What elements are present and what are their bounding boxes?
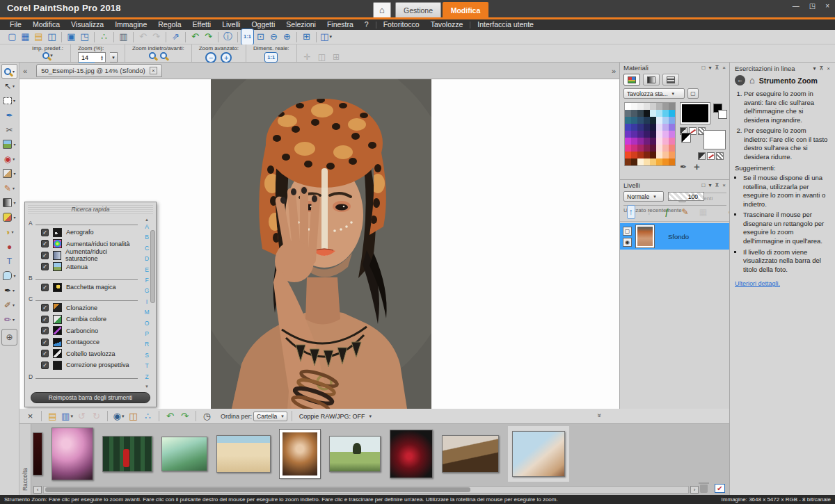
sliders-tab[interactable]: [662, 74, 679, 86]
color-swatch[interactable]: [625, 152, 631, 158]
chevron-down-icon[interactable]: ▾: [13, 156, 15, 161]
checkbox-checked-icon[interactable]: ✓: [41, 327, 49, 334]
index-letter-C[interactable]: C: [145, 243, 149, 254]
thumb-flower-girl[interactable]: [51, 428, 93, 480]
chevron-down-icon[interactable]: ▾: [13, 83, 15, 88]
quick-search-item[interactable]: ✓Bacchetta magica: [29, 282, 138, 293]
menu-immagine[interactable]: Immagine: [109, 19, 152, 30]
color-swatch[interactable]: [631, 103, 637, 110]
menu-fotoritocco[interactable]: Fotoritocco: [378, 19, 425, 30]
color-swatch[interactable]: [669, 117, 675, 124]
bg-pattern-icon[interactable]: [716, 152, 724, 160]
color-swatch[interactable]: [637, 138, 644, 145]
foreground-color-chip[interactable]: [680, 102, 710, 124]
opacity-slider[interactable]: 100: [668, 192, 704, 201]
color-swatch[interactable]: [669, 145, 675, 152]
red-eye-tool[interactable]: ◉▾: [1, 152, 17, 166]
document-close-icon[interactable]: ×: [150, 67, 157, 74]
thumb-lake-girl[interactable]: [161, 437, 207, 471]
zoom-minus-icon[interactable]: −: [205, 52, 216, 63]
chevron-down-icon[interactable]: ▾: [70, 410, 73, 423]
scroll-right-icon[interactable]: ›: [690, 486, 699, 494]
color-swatch[interactable]: [625, 103, 631, 110]
delete-icon[interactable]: [700, 485, 708, 493]
color-swatch[interactable]: [644, 145, 650, 152]
tab-gestione[interactable]: Gestione: [395, 2, 441, 17]
symmetric-shape-tool-icon[interactable]: ⊕: [6, 332, 13, 342]
brush-tool-icon[interactable]: ✎: [4, 184, 11, 193]
color-swatch[interactable]: [637, 131, 644, 138]
color-changer-tool[interactable]: ◑▾: [1, 225, 17, 239]
checkbox-checked-icon[interactable]: ✓: [41, 350, 49, 357]
info-list-icon[interactable]: ▥: [61, 410, 70, 423]
quick-search-item[interactable]: ✓Aumenta/riduci saturazione: [29, 250, 138, 261]
preset-shape-tool[interactable]: ▾: [1, 268, 17, 283]
layer-up-icon[interactable]: ↑: [627, 205, 635, 219]
color-swatch[interactable]: [669, 110, 675, 117]
menu-selezioni[interactable]: Selezioni: [280, 19, 321, 30]
quick-search-item[interactable]: ✓Coltello tavolozza: [29, 348, 138, 360]
color-swatch[interactable]: [669, 124, 675, 131]
chevron-down-icon[interactable]: ▾: [13, 171, 15, 176]
swap-bw-chip[interactable]: [681, 133, 691, 143]
index-letter-S[interactable]: S: [145, 350, 149, 361]
chevron-down-icon[interactable]: ▾: [122, 410, 125, 423]
color-swatch[interactable]: [625, 117, 631, 124]
bg-color-style-icon[interactable]: [698, 152, 706, 160]
tab-modifica[interactable]: Modifica: [443, 2, 488, 17]
undo-icon[interactable]: ↶: [166, 410, 174, 423]
text-tool-icon[interactable]: T: [7, 257, 12, 266]
index-letter-B[interactable]: B: [145, 232, 149, 243]
color-swatch[interactable]: [637, 103, 644, 110]
brush-tool[interactable]: ✎▾: [1, 181, 17, 195]
save-as-icon[interactable]: ◳: [80, 31, 88, 43]
index-letter-G[interactable]: G: [145, 286, 150, 296]
layers-frame-icon[interactable]: □: [702, 182, 706, 188]
color-swatch[interactable]: [662, 145, 669, 152]
color-swatch[interactable]: [631, 117, 637, 124]
checkbox-checked-icon[interactable]: ✓: [41, 240, 49, 247]
quick-search-item[interactable]: ✓Clonazione: [29, 302, 138, 314]
chevron-down-icon[interactable]: ▾: [329, 31, 332, 43]
minimize-button[interactable]: —: [793, 2, 800, 10]
folders-icon[interactable]: ▤: [48, 410, 56, 423]
zoom-tool[interactable]: ▾: [1, 64, 17, 79]
thumb-curly-portrait[interactable]: [280, 430, 320, 478]
chevron-down-icon[interactable]: ▾: [13, 142, 15, 147]
color-swatch[interactable]: [637, 117, 644, 124]
import-scan-icon[interactable]: ◫: [47, 31, 56, 43]
preset-shape-tool-icon[interactable]: [3, 271, 12, 280]
actual-size-button[interactable]: 1:1: [264, 52, 278, 63]
index-scrollbar-thumb[interactable]: [150, 230, 155, 303]
index-letter-P[interactable]: P: [145, 329, 149, 339]
makeover-tool-icon[interactable]: [3, 169, 12, 178]
index-letter-D[interactable]: D: [145, 254, 149, 264]
menu-?[interactable]: ?: [359, 19, 374, 30]
color-swatch[interactable]: [650, 110, 656, 117]
color-swatch[interactable]: [650, 103, 656, 110]
warp-brush-tool[interactable]: ✐▾: [1, 298, 17, 312]
new-adjustment-layer-icon[interactable]: ƒ: [665, 206, 669, 218]
dropper-tool-icon[interactable]: ✒: [6, 111, 13, 120]
color-swatch[interactable]: [631, 152, 637, 158]
share-photo-icon[interactable]: ∴: [145, 410, 150, 423]
gradient-fill-tool-icon[interactable]: [3, 198, 12, 207]
blend-mode-dropdown[interactable]: Normale▾: [623, 191, 664, 202]
menu-file[interactable]: File: [4, 19, 27, 30]
zoom-preset-dropdown[interactable]: ▾: [42, 52, 53, 59]
info-icon[interactable]: ⓘ: [223, 31, 232, 43]
color-swatch[interactable]: [625, 158, 631, 165]
back-icon[interactable]: ←: [735, 75, 745, 86]
bg-transparent-icon[interactable]: [707, 152, 715, 160]
menu-finestra[interactable]: Finestra: [321, 19, 359, 30]
zoom-in-icon[interactable]: ⊕: [283, 31, 291, 43]
zoom-percent-spinner[interactable]: 14▲▼: [78, 52, 106, 63]
airbrush-tool-icon[interactable]: ●: [7, 242, 12, 252]
color-swatch[interactable]: [631, 158, 637, 165]
scroll-tabs-left-icon[interactable]: «: [19, 67, 31, 75]
quick-search-item[interactable]: ✓Cambia colore: [29, 314, 138, 325]
text-tool[interactable]: T: [1, 254, 17, 268]
quick-search-item[interactable]: ✓Carboncino: [29, 325, 138, 337]
pick-tool-icon[interactable]: ↖: [4, 81, 11, 91]
color-swatch[interactable]: [625, 110, 631, 117]
